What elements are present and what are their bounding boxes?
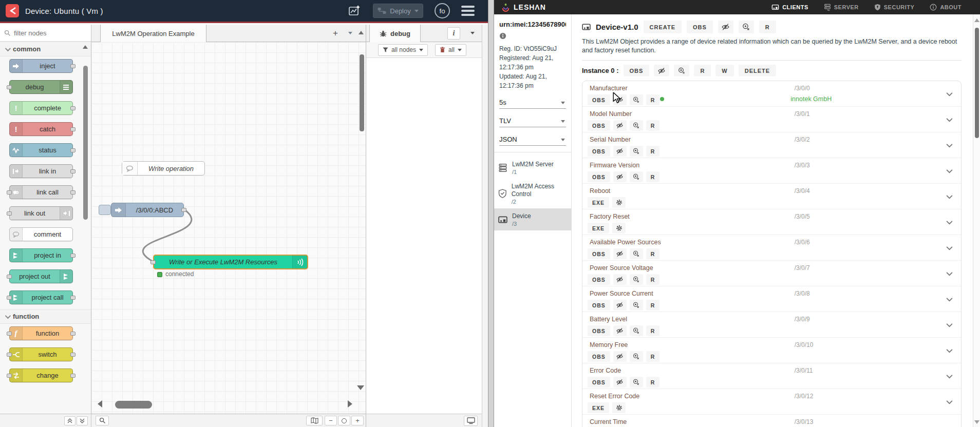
stop-observe-button[interactable] (613, 325, 627, 336)
palette-search[interactable] (0, 25, 91, 42)
stop-observe-instance-button[interactable] (654, 65, 669, 76)
palette-node-switch[interactable]: switch (0, 345, 91, 366)
tab-debug[interactable]: debug (369, 25, 421, 42)
stop-observe-button[interactable] (613, 171, 627, 182)
observe-composite-button[interactable] (630, 325, 643, 336)
flow-import-icon[interactable] (347, 4, 362, 17)
flow-list-caret-icon[interactable] (348, 32, 352, 34)
palette-node-link-in[interactable]: link in (0, 162, 91, 183)
canvas-vscroll-thumb[interactable] (360, 54, 364, 131)
chevron-down-icon[interactable] (946, 167, 953, 175)
navigator-toggle-button[interactable] (306, 416, 323, 425)
read-button[interactable]: R (646, 325, 660, 336)
stop-observe-button[interactable] (613, 377, 627, 387)
scroll-down-icon[interactable] (974, 420, 979, 424)
scroll-down-icon[interactable] (357, 385, 364, 390)
observe-button[interactable]: OBS (588, 377, 610, 387)
observe-object-button[interactable]: OBS (687, 21, 713, 33)
filter-nodes-input[interactable] (14, 29, 81, 37)
chevron-down-icon[interactable] (946, 270, 953, 278)
nav-security[interactable]: SECURITY (874, 4, 915, 11)
output-port[interactable] (181, 208, 186, 212)
observe-composite-button[interactable] (630, 94, 643, 105)
debug-filter-button[interactable]: all nodes (378, 44, 428, 56)
stop-observe-button[interactable] (613, 274, 627, 285)
chevron-down-icon[interactable] (946, 219, 953, 226)
palette-node-change[interactable]: change (0, 366, 91, 387)
nav-server[interactable]: SERVER (824, 4, 859, 11)
sidebar-item-lwm2m-server[interactable]: LwM2M Server/1 (494, 157, 571, 179)
execute-button[interactable]: EXE (588, 223, 609, 234)
palette-node-function[interactable]: f function (0, 324, 91, 345)
observe-button[interactable]: OBS (588, 351, 610, 362)
read-button[interactable]: R (646, 274, 660, 285)
read-button[interactable]: R (646, 248, 660, 259)
scrollbar-thumb[interactable] (83, 66, 88, 220)
delete-instance-button[interactable]: DELETE (739, 65, 776, 76)
stop-observe-button[interactable] (613, 146, 627, 157)
chevron-down-icon[interactable] (946, 398, 953, 406)
chevron-down-icon[interactable] (946, 347, 953, 355)
deploy-button[interactable]: Deploy (373, 4, 423, 18)
palette-node-complete[interactable]: ! complete (0, 99, 91, 120)
user-avatar[interactable]: fo (435, 3, 450, 18)
observe-button[interactable]: OBS (588, 300, 610, 310)
zoom-in-button[interactable]: + (351, 416, 364, 425)
observe-button[interactable]: OBS (588, 171, 610, 182)
observe-composite-object-button[interactable] (739, 21, 754, 33)
comment-node[interactable]: Write operation (122, 161, 205, 176)
palette-node-inject[interactable]: inject (0, 56, 91, 77)
debug-clear-button[interactable]: all (435, 44, 466, 56)
read-instance-button[interactable]: R (694, 65, 711, 76)
chevron-down-icon[interactable] (946, 373, 953, 380)
add-flow-button[interactable]: + (330, 28, 341, 39)
palette-node-link-call[interactable]: link call (0, 183, 91, 204)
input-port[interactable] (150, 260, 156, 264)
leshan-scrollbar[interactable] (973, 14, 980, 427)
inject-trigger-button[interactable] (99, 205, 111, 215)
stop-observe-object-button[interactable] (718, 21, 733, 33)
zoom-reset-button[interactable] (338, 416, 350, 425)
flow-tab[interactable]: LwM2M Operation Example (100, 25, 206, 42)
observe-composite-button[interactable] (630, 248, 643, 259)
chevron-down-icon[interactable] (946, 321, 953, 329)
observe-composite-button[interactable] (630, 171, 643, 182)
read-button[interactable]: R (646, 300, 660, 310)
scroll-up-icon[interactable] (359, 31, 364, 34)
inject-node[interactable]: /3/0/0:ABCD (111, 203, 184, 217)
timeout-select[interactable]: 5s (499, 95, 566, 109)
scroll-right-icon[interactable] (348, 400, 352, 407)
execute-with-params-button[interactable] (612, 223, 626, 234)
palette-expand-all-button[interactable] (77, 416, 88, 425)
read-button[interactable]: R (646, 146, 660, 157)
observe-button[interactable]: OBS (588, 325, 610, 336)
read-button[interactable]: R (646, 94, 660, 105)
chevron-down-icon[interactable] (946, 116, 953, 124)
stop-observe-button[interactable] (613, 120, 627, 131)
palette-node-project-out[interactable]: project out (0, 267, 91, 288)
observe-button[interactable]: OBS (588, 146, 610, 157)
open-debug-window-button[interactable] (464, 416, 478, 426)
palette-node-debug[interactable]: debug (0, 77, 91, 99)
observe-button[interactable]: OBS (588, 248, 610, 259)
observe-composite-button[interactable] (630, 120, 643, 131)
lwm2m-write-node[interactable]: Write or Execute LwM2M Resources (153, 255, 308, 269)
flowfuse-logo-icon[interactable] (6, 4, 19, 17)
read-button[interactable]: R (646, 377, 660, 387)
write-instance-button[interactable]: W (715, 65, 733, 76)
observe-composite-button[interactable] (630, 300, 643, 310)
chevron-down-icon[interactable] (946, 142, 953, 149)
palette-collapse-all-button[interactable] (64, 416, 76, 425)
observe-button[interactable]: OBS (588, 274, 610, 285)
read-object-button[interactable]: R (759, 21, 776, 33)
zoom-out-button[interactable]: − (325, 416, 337, 425)
chevron-down-icon[interactable] (946, 193, 953, 201)
main-menu-button[interactable] (461, 6, 475, 16)
canvas-hscroll-thumb[interactable] (115, 401, 152, 409)
execute-button[interactable]: EXE (588, 197, 609, 208)
palette-node-link-out[interactable]: link out (0, 204, 91, 225)
scrollbar-thumb[interactable] (975, 28, 979, 138)
observe-composite-button[interactable] (630, 146, 643, 157)
search-flows-button[interactable] (96, 416, 109, 425)
nav-clients[interactable]: CLIENTS (771, 4, 808, 11)
